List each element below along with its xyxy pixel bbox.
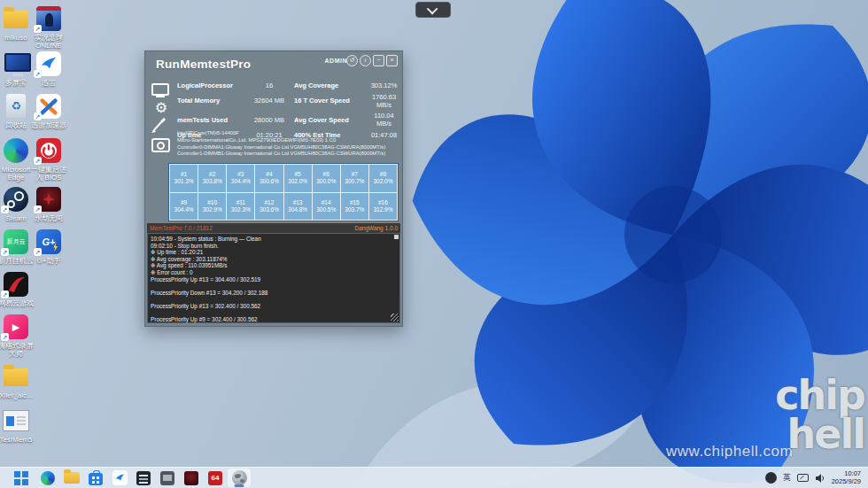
- taskbar-naraka[interactable]: [180, 469, 203, 487]
- taskbar-capture[interactable]: [156, 469, 179, 487]
- gray-screen-icon: [160, 471, 174, 485]
- brush-icon: [151, 118, 172, 135]
- dark-bars-icon: [136, 471, 151, 485]
- system-tray: 英 10:07 2025/9/29: [765, 470, 868, 485]
- thread-cell: #4300.6%: [255, 165, 283, 192]
- folder-icon: [4, 11, 28, 28]
- system-info: Intel(R)Core(TM)i5-14400F Micro-StarInte…: [177, 130, 400, 158]
- camera-icon: [151, 136, 172, 152]
- globe-icon: [232, 470, 247, 485]
- shortcut-arrow-icon: ↗: [34, 112, 42, 120]
- thread-cell: #6300.0%: [313, 165, 340, 192]
- folder-icon: [64, 472, 80, 484]
- version-label: MemTestPro 7.0 / 21812: [150, 223, 213, 233]
- desktop-icon-testmem5[interactable]: TestMem5: [0, 407, 35, 444]
- log-output[interactable]: 10:04:59 - System status : Burning — Cle…: [147, 233, 400, 323]
- taskbar-store[interactable]: [84, 469, 107, 487]
- thread-cell: #14300.5%: [313, 193, 340, 221]
- date-label: 2025/9/29: [832, 478, 861, 486]
- taskbar-aida64[interactable]: 64: [204, 469, 227, 487]
- desktop-icon-xller-folder[interactable]: Xller_aic...: [0, 363, 35, 399]
- chevron-down-icon: [426, 3, 438, 14]
- admin-badge: ADMIN: [325, 58, 347, 64]
- desktop-screen: mikuso 多屏宝 回收站 Microsoft Edge ↗ Steam 新月…: [0, 0, 868, 488]
- monitor-icon: [4, 53, 31, 72]
- shortcut-arrow-icon: ↗: [34, 157, 42, 165]
- desktop-icon-recorder[interactable]: ↗ 嗨格式录屏大师: [0, 314, 35, 358]
- ime-language-indicator[interactable]: 英: [783, 472, 791, 484]
- taskbar-runmemtestpro-active[interactable]: [228, 469, 251, 487]
- author-label: DangWang 1.0.0: [354, 223, 398, 233]
- store-bag-icon: [89, 473, 103, 485]
- taskbar-thunder[interactable]: [108, 469, 131, 487]
- thread-cell: #11302.3%: [227, 193, 254, 221]
- clock[interactable]: 10:07 2025/9/29: [832, 470, 861, 485]
- app-window-icon: [3, 410, 29, 431]
- desktop-icon-thunder[interactable]: ↗ 迅雷: [29, 50, 68, 87]
- history-button[interactable]: [346, 55, 358, 66]
- volume-icon[interactable]: [815, 473, 825, 484]
- minimize-button[interactable]: [373, 55, 384, 66]
- thread-cell: #9304.4%: [170, 193, 198, 221]
- aida64-icon: 64: [208, 471, 222, 485]
- edge-icon: [41, 471, 55, 485]
- log-scrollbar[interactable]: [394, 235, 399, 239]
- monitor-icon: [151, 82, 172, 99]
- window-status-bar: MemTestPro 7.0 / 21812 DangWang 1.0.0: [147, 223, 400, 233]
- thread-cell: #2303.8%: [198, 165, 226, 192]
- blue-bird-icon: [112, 470, 128, 485]
- recycle-bin-icon: [6, 94, 26, 118]
- thread-cell: #12303.6%: [255, 193, 283, 221]
- thread-coverage-grid: #1301.3% #2303.8% #3304.4% #4300.6% #530…: [168, 163, 399, 221]
- edge-icon: [4, 138, 28, 163]
- thread-cell: #10302.9%: [198, 193, 226, 221]
- desktop-icon-reboot-bios[interactable]: ↗ 一键重启进入 BIOS: [29, 137, 68, 182]
- desktop-icon-xunyou[interactable]: ↗ 迅游加速器: [29, 93, 68, 129]
- shortcut-arrow-icon: ↗: [34, 25, 42, 33]
- start-button[interactable]: [12, 469, 35, 487]
- thread-cell: #16312.9%: [369, 193, 397, 221]
- chiphell-logo: chip hell: [775, 376, 864, 453]
- thread-cell: #15303.7%: [341, 193, 368, 221]
- taskbar-file-explorer[interactable]: [60, 469, 83, 487]
- overlay-collapse-button[interactable]: [415, 2, 451, 18]
- taskbar-edge[interactable]: [36, 469, 59, 487]
- window-title: RunMemtestPro: [156, 58, 251, 71]
- touch-keyboard-icon[interactable]: [797, 473, 809, 483]
- active-app-indicator: [235, 484, 244, 487]
- taskbar-toolbox[interactable]: [132, 469, 155, 487]
- thread-cell: #1301.3%: [170, 165, 198, 192]
- shortcut-arrow-icon: ↗: [1, 205, 9, 213]
- shortcut-arrow-icon: ↗: [34, 205, 42, 213]
- windows-logo-icon: [14, 471, 20, 477]
- shortcut-arrow-icon: ↗: [1, 290, 9, 298]
- close-button[interactable]: [386, 55, 398, 66]
- thread-cell: #5302.0%: [284, 165, 312, 192]
- thread-cell: #7300.7%: [341, 165, 368, 192]
- watermark-url: www.chiphell.com: [666, 443, 793, 461]
- shortcut-arrow-icon: ↗: [34, 248, 42, 256]
- folder-icon: [4, 368, 28, 386]
- desktop-icon-naraka[interactable]: ↗ 永劫无间: [29, 186, 68, 222]
- shortcut-arrow-icon: ↗: [1, 333, 9, 341]
- desktop-icon-cloud-game[interactable]: ↗ 网易云游戏: [0, 271, 35, 307]
- tray-hidden-icon[interactable]: [765, 472, 777, 484]
- shortcut-arrow-icon: ↗: [34, 70, 42, 78]
- info-button[interactable]: [360, 55, 371, 66]
- desktop-icon-efootball[interactable]: ↗ 实况足球 ONLINE: [29, 5, 68, 50]
- dark-red-icon: [184, 471, 198, 485]
- runmemtestpro-window: RunMemtestPro ADMIN LogicalProcessor16 A…: [144, 50, 403, 327]
- taskbar: 64 英 10:07 2025/9/29: [0, 467, 868, 488]
- shortcut-arrow-icon: ↗: [1, 248, 9, 256]
- thread-cell: #13304.8%: [284, 193, 312, 221]
- gear-icon: [151, 100, 172, 117]
- thread-cell: #3304.4%: [227, 165, 254, 192]
- desktop-icon-gplus[interactable]: G+ ↗ G+助手: [29, 229, 68, 265]
- resize-grip-icon[interactable]: [391, 314, 399, 321]
- thread-cell: #8302.0%: [369, 165, 397, 192]
